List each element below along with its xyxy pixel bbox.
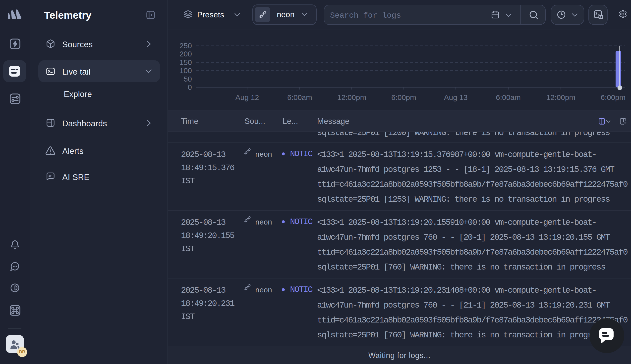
svg-text:150: 150 (179, 58, 192, 66)
svg-text:6:00pm: 6:00pm (601, 93, 625, 102)
svg-text:250: 250 (179, 42, 192, 50)
svg-text:100: 100 (179, 66, 192, 74)
svg-text:200: 200 (179, 50, 192, 58)
svg-text:Aug 12: Aug 12 (235, 93, 259, 102)
svg-text:Aug 13: Aug 13 (444, 93, 467, 102)
svg-text:6:00am: 6:00am (496, 93, 521, 102)
svg-text:12:00pm: 12:00pm (337, 93, 366, 102)
svg-text:6:00am: 6:00am (287, 93, 312, 102)
svg-text:12:00pm: 12:00pm (546, 93, 575, 102)
svg-text:0: 0 (188, 83, 192, 91)
svg-text:6:00pm: 6:00pm (391, 93, 416, 102)
svg-text:50: 50 (184, 75, 192, 83)
